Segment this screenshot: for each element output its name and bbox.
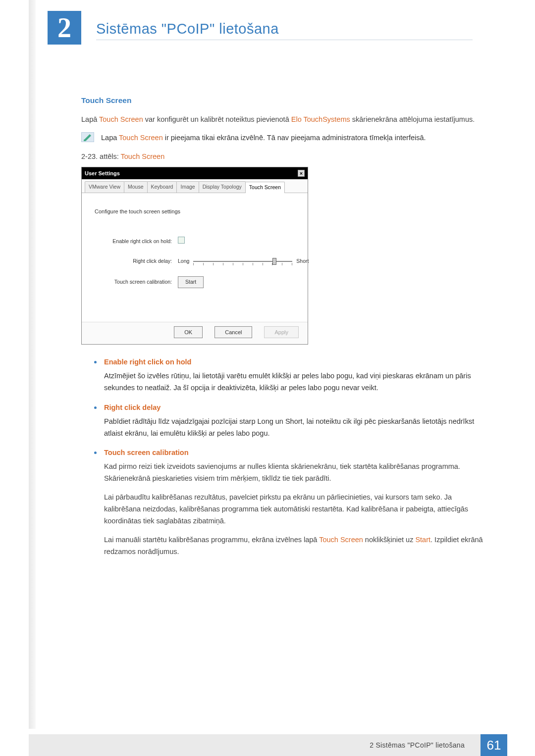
text: noklikšķiniet uz — [363, 536, 416, 544]
bullet-title: Touch screen calibration — [104, 447, 485, 459]
note-text: Lapa Touch Screen ir pieejama tikai ekrā… — [101, 132, 426, 144]
bullet-title: Right click delay — [104, 402, 485, 414]
cancel-button[interactable]: Cancel — [214, 326, 252, 338]
chapter-title: Sistēmas "PCoIP" lietošana — [96, 21, 279, 37]
text: Lapā — [81, 115, 99, 123]
tab-image[interactable]: Image — [176, 181, 199, 192]
bullet-text: Lai manuāli startētu kalibrēšanas progra… — [104, 534, 485, 558]
text: Lapa — [101, 134, 119, 142]
touch-screen-link: Touch Screen — [119, 134, 163, 142]
elo-touchsystems-link: Elo TouchSystems — [291, 115, 350, 123]
screenshot-user-settings: User Settings × VMware View Mouse Keyboa… — [81, 167, 308, 345]
text: 2-23. attēls: — [81, 152, 121, 160]
delay-slider[interactable] — [193, 258, 292, 265]
bullet-text: Atzīmējiet šo izvēles rūtiņu, lai lietot… — [104, 372, 471, 392]
bullet-text: Pabīdiet rādītāju līdz vajadzīgajai pozī… — [104, 417, 474, 437]
svg-rect-0 — [84, 140, 86, 141]
window-title: User Settings — [85, 169, 120, 178]
window-titlebar: User Settings × — [82, 167, 308, 179]
tab-vmware-view[interactable]: VMware View — [85, 181, 124, 192]
figure-caption: 2-23. attēls: Touch Screen — [81, 151, 485, 163]
list-item: Right click delay Pabīdiet rādītāju līdz… — [94, 402, 485, 440]
text: var konfigurēt un kalibrēt noteiktus pie… — [143, 115, 291, 123]
bullet-list: Enable right click on hold Atzīmējiet šo… — [94, 356, 485, 558]
intro-paragraph: Lapā Touch Screen var konfigurēt un kali… — [81, 114, 485, 126]
tab-keyboard[interactable]: Keyboard — [147, 181, 177, 192]
section-title: Touch Screen — [81, 94, 485, 107]
settings-heading: Configure the touch screen settings — [95, 207, 295, 216]
tab-mouse[interactable]: Mouse — [124, 181, 148, 192]
footer-text: 2 Sistēmas "PCoIP" lietošana — [370, 741, 465, 749]
apply-button[interactable]: Apply — [264, 326, 299, 338]
touch-screen-link: Touch Screen — [99, 115, 143, 123]
chapter-number-badge: 2 — [48, 11, 81, 45]
tab-body: Configure the touch screen settings Enab… — [82, 193, 308, 322]
enable-label: Enable right click on hold: — [95, 237, 178, 246]
start-link: Start — [415, 536, 430, 544]
text: ir pieejama tikai ekrāna izvēlnē. Tā nav… — [163, 134, 426, 142]
list-item: Touch screen calibration Kad pirmo reizi… — [94, 447, 485, 557]
touch-screen-link: Touch Screen — [121, 152, 165, 160]
enable-checkbox[interactable] — [178, 237, 185, 244]
chapter-underline — [96, 40, 473, 40]
short-label: Short — [296, 257, 309, 265]
list-item: Enable right click on hold Atzīmējiet šo… — [94, 356, 485, 394]
bullet-title: Enable right click on hold — [104, 356, 485, 368]
tab-bar: VMware View Mouse Keyboard Image Display… — [82, 179, 308, 193]
text: Lai manuāli startētu kalibrēšanas progra… — [104, 536, 319, 544]
page-number: 61 — [481, 734, 507, 756]
text: skārienekrāna attēlojuma iestatījumus. — [350, 115, 475, 123]
delay-label: Right click delay: — [95, 257, 178, 265]
long-label: Long — [178, 257, 189, 265]
close-icon[interactable]: × — [298, 170, 305, 177]
footer: 2 Sistēmas "PCoIP" lietošana 61 — [29, 734, 507, 756]
tab-display-topology[interactable]: Display Topology — [199, 181, 246, 192]
note-row: Lapa Touch Screen ir pieejama tikai ekrā… — [81, 132, 485, 144]
note-icon — [81, 132, 94, 142]
bullet-text: Lai pārbaudītu kalibrēšanas rezultātus, … — [104, 492, 485, 527]
touch-screen-link: Touch Screen — [319, 536, 363, 544]
button-row: OK Cancel Apply — [82, 322, 308, 344]
ok-button[interactable]: OK — [174, 326, 203, 338]
calibration-label: Touch screen calibration: — [95, 278, 178, 286]
start-button[interactable]: Start — [178, 276, 204, 288]
tab-touch-screen[interactable]: Touch Screen — [245, 182, 285, 193]
bullet-text: Kad pirmo reizi tiek izveidots savienoju… — [104, 461, 485, 485]
left-margin-rail — [29, 0, 36, 729]
